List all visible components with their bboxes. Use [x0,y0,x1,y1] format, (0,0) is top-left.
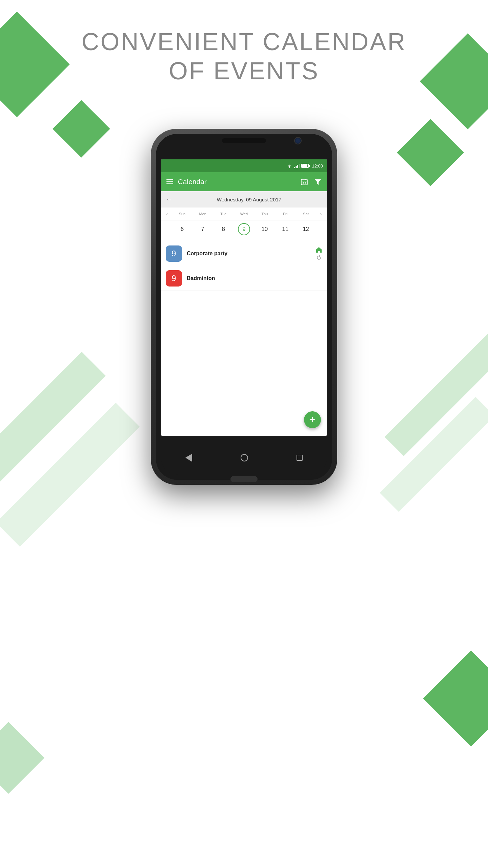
event-home-icon [316,246,322,253]
day-11[interactable]: 11 [275,226,296,233]
headline-line1: CONVENIENT CALENDAR [0,27,488,56]
nav-home-button[interactable] [241,454,248,461]
phone-screen: 12:00 Calendar [161,159,327,436]
day-mon-label: Mon [192,212,213,216]
status-time: 12:00 [312,163,323,169]
week-numbers-row: 6 7 8 9 10 11 12 [161,220,327,238]
day-9-today[interactable]: 9 [234,223,255,235]
event-refresh-icon [316,255,322,261]
status-bar: 12:00 [161,159,327,172]
signal-icon [294,163,300,168]
wifi-icon [286,163,292,168]
day-12[interactable]: 12 [296,226,316,233]
day-sun-label: Sun [172,212,192,216]
bg-decoration-4 [397,119,464,186]
event-badge-corporate: 9 [166,245,182,262]
selected-date: Wednesday, 09 August 2017 [176,197,322,202]
day-8[interactable]: 8 [213,226,234,233]
day-wed-label: Wed [234,212,255,216]
event-item-corporate-party[interactable]: 9 Corporate party [161,241,327,266]
week-next-icon[interactable]: › [316,211,326,217]
svg-point-0 [289,167,290,168]
status-icons: 12:00 [286,163,323,169]
svg-rect-1 [294,167,295,168]
phone-camera [294,137,302,144]
battery-fill [302,164,307,167]
event-title-badminton: Badminton [187,275,322,281]
headline-line2: OF EVENTS [0,56,488,85]
date-navigation: ← Wednesday, 09 August 2017 [161,191,327,208]
svg-rect-5 [301,179,307,185]
day-10[interactable]: 10 [254,226,275,233]
calendar-view-icon[interactable] [301,178,308,185]
battery-icon [301,164,309,168]
day-6[interactable]: 6 [172,226,192,233]
phone-inner-shell: 12:00 Calendar [156,134,332,480]
filter-icon[interactable] [314,178,322,185]
event-action-icons [316,246,322,261]
phone-speaker [222,138,266,143]
phone-device: 12:00 Calendar [151,129,337,485]
day-tue-label: Tue [213,212,234,216]
week-days-header: ‹ Sun Mon Tue Wed Thu Fri Sat › [161,208,327,220]
bg-decoration-2 [53,100,110,158]
week-prev-icon[interactable]: ‹ [162,211,172,217]
today-circle: 9 [238,223,250,235]
app-bar-title: Calendar [178,178,296,186]
day-7[interactable]: 7 [192,226,213,233]
date-back-arrow[interactable]: ← [166,196,172,203]
hamburger-menu-icon[interactable] [166,179,173,184]
svg-rect-4 [299,164,300,168]
events-section: 9 Corporate party [161,238,327,436]
add-event-fab[interactable]: + [304,411,321,428]
svg-rect-3 [297,165,298,168]
phone-home-button[interactable] [230,476,258,482]
event-title-corporate: Corporate party [187,251,311,257]
event-item-badminton[interactable]: 9 Badminton [161,266,327,291]
headline: CONVENIENT CALENDAR OF EVENTS [0,27,488,86]
app-bar: Calendar [161,172,327,191]
phone-nav-bar [161,441,327,475]
nav-recents-button[interactable] [297,455,303,461]
svg-marker-13 [315,179,321,185]
svg-rect-2 [296,166,297,168]
day-thu-label: Thu [254,212,275,216]
day-sat-label: Sat [296,212,316,216]
events-list: 9 Corporate party [161,238,327,294]
bg-decoration-6 [0,722,44,794]
nav-back-button[interactable] [185,454,192,462]
event-badge-badminton: 9 [166,270,182,287]
bg-decoration-5 [423,651,488,747]
day-fri-label: Fri [275,212,296,216]
fab-plus-icon: + [310,415,315,424]
phone-outer-shell: 12:00 Calendar [151,129,337,485]
app-bar-actions [301,178,322,185]
